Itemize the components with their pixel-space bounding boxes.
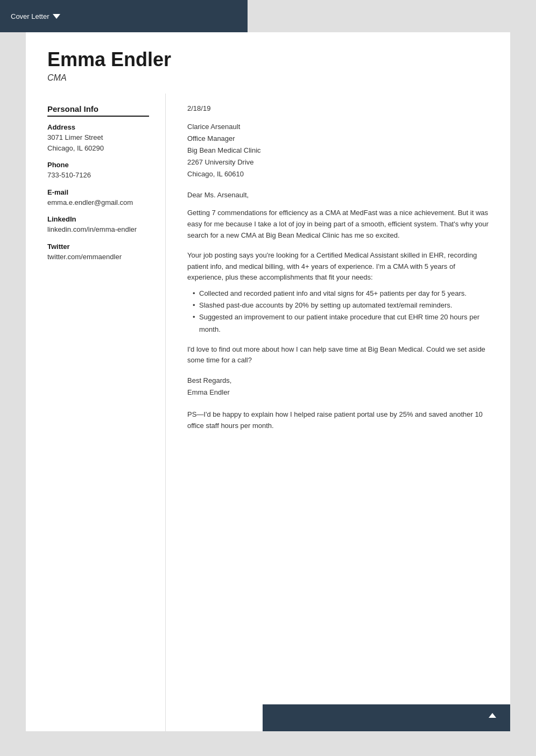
linkedin-block: LinkedIn linkedin.com/in/emma-endler [47,215,149,235]
phone-label: Phone [47,161,149,169]
letter-closing: Best Regards, [187,375,489,387]
recipient-name: Clarice Arsenault [187,121,489,133]
linkedin-label: LinkedIn [47,215,149,223]
email-label: E-mail [47,188,149,196]
bullet-list: Collected and recorded patient info and … [193,288,489,335]
letter-paragraph1: Getting 7 commendations for efficiency a… [187,208,489,241]
chevron-up-icon[interactable] [489,713,496,718]
personal-info-title: Personal Info [47,104,149,117]
address-line1: 3071 Limer Street [47,132,149,143]
applicant-subtitle: CMA [47,73,489,83]
content-area: Personal Info Address 3071 Limer Street … [26,94,510,731]
list-item: Slashed past-due accounts by 20% by sett… [193,299,489,311]
header-section: Emma Endler CMA [26,32,510,94]
address-label: Address [47,123,149,131]
document-area: Emma Endler CMA Personal Info Address 30… [26,32,510,731]
letter-paragraph3: I'd love to find out more about how I ca… [187,344,489,367]
recipient-title: Office Manager [187,133,489,145]
recipient-city: Chicago, IL 60610 [187,168,489,180]
list-item: Collected and recorded patient info and … [193,288,489,299]
page-wrapper: Cover Letter Emma Endler CMA Personal In… [0,0,536,756]
top-bar: Cover Letter [0,0,248,32]
twitter-label: Twitter [47,243,149,251]
list-item: Suggested an improvement to our patient … [193,311,489,335]
letter-signoff: Emma Endler [187,387,489,398]
letter-ps: PS—I'd be happy to explain how I helped … [187,409,489,432]
email-value: emma.e.endler@gmail.com [47,197,149,208]
twitter-value: twitter.com/emmaendler [47,252,149,262]
right-column: 2/18/19 Clarice Arsenault Office Manager… [166,94,510,731]
email-block: E-mail emma.e.endler@gmail.com [47,188,149,208]
address-line2: Chicago, IL 60290 [47,143,149,154]
letter-salutation: Dear Ms. Arsenault, [187,191,489,199]
letter-date: 2/18/19 [187,104,489,112]
left-column: Personal Info Address 3071 Limer Street … [26,94,166,731]
closing-block: Best Regards, Emma Endler [187,375,489,398]
letter-paragraph2: Your job posting says you're looking for… [187,251,477,282]
phone-value: 733-510-7126 [47,170,149,181]
phone-block: Phone 733-510-7126 [47,161,149,181]
recipient-block: Clarice Arsenault Office Manager Big Bea… [187,121,489,180]
bottom-bar [263,704,510,731]
chevron-down-icon[interactable] [53,14,60,19]
letter-paragraph2-wrapper: Your job posting says you're looking for… [187,250,489,336]
applicant-name: Emma Endler [47,48,489,71]
top-bar-label: Cover Letter [11,12,50,20]
twitter-block: Twitter twitter.com/emmaendler [47,243,149,262]
linkedin-value: linkedin.com/in/emma-endler [47,224,149,235]
recipient-company: Big Bean Medical Clinic [187,145,489,156]
address-block: Address 3071 Limer Street Chicago, IL 60… [47,123,149,153]
recipient-address: 2267 University Drive [187,156,489,168]
